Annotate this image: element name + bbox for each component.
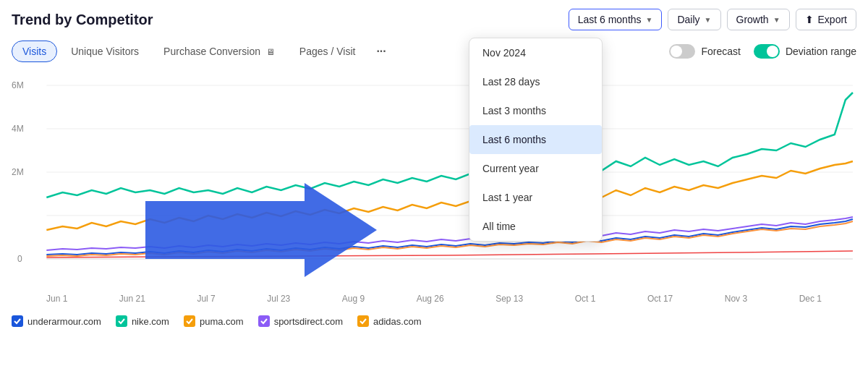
legend-sportsdirect[interactable]: sportsdirect.com xyxy=(258,315,343,327)
tab-pages-per-visit[interactable]: Pages / Visit xyxy=(289,41,367,62)
forecast-label: Forecast xyxy=(701,46,740,57)
x-label: Oct 17 xyxy=(647,294,673,304)
dropdown-option-last3months[interactable]: Last 3 months xyxy=(469,96,602,125)
x-label: Oct 1 xyxy=(575,294,596,304)
page-title: Trend by Competitor xyxy=(12,12,153,28)
dropdown-option-last1year[interactable]: Last 1 year xyxy=(469,183,602,212)
dropdown-option-alltime[interactable]: All time xyxy=(469,212,602,241)
legend-adidas[interactable]: adidas.com xyxy=(357,315,421,327)
chevron-down-icon: ▼ xyxy=(705,16,712,24)
metric-dropdown[interactable]: Growth ▼ xyxy=(727,9,790,30)
legend-puma[interactable]: puma.com xyxy=(184,315,244,327)
x-label: Jul 7 xyxy=(197,294,215,304)
x-label: Dec 1 xyxy=(799,294,822,304)
dropdown-option-last6months[interactable]: Last 6 months xyxy=(469,125,602,154)
tabs-row: Visits Unique Visitors Purchase Conversi… xyxy=(12,41,856,62)
x-label: Jun 1 xyxy=(46,294,67,304)
x-label: Aug 26 xyxy=(417,294,444,304)
forecast-toggle-item: Forecast xyxy=(669,44,740,59)
legend-nike[interactable]: nike.com xyxy=(116,315,169,327)
dropdown-option-currentyear[interactable]: Current year xyxy=(469,154,602,183)
tab-visits[interactable]: Visits xyxy=(12,41,57,62)
chevron-down-icon: ▼ xyxy=(646,16,653,24)
legend-underarmour[interactable]: underarmour.com xyxy=(12,315,101,327)
svg-text:0: 0 xyxy=(17,254,22,264)
export-button[interactable]: ⬆ Export xyxy=(796,9,856,30)
svg-text:4M: 4M xyxy=(12,124,24,134)
x-label: Jul 23 xyxy=(267,294,290,304)
forecast-area: Forecast Deviation range xyxy=(669,44,856,59)
legend-row: underarmour.com nike.com puma.com sports… xyxy=(12,311,856,327)
legend-check-nike xyxy=(116,315,127,327)
monitor-icon: 🖥 xyxy=(266,47,275,57)
legend-check-underarmour xyxy=(12,315,23,327)
chevron-down-icon: ▼ xyxy=(773,16,780,24)
frequency-dropdown[interactable]: Daily ▼ xyxy=(668,9,720,30)
legend-check-puma xyxy=(184,315,195,327)
deviation-toggle-item: Deviation range xyxy=(754,44,856,59)
header-controls: Last 6 months ▼ Daily ▼ Growth ▼ ⬆ Expor… xyxy=(569,9,856,30)
svg-text:6M: 6M xyxy=(12,80,24,90)
deviation-toggle[interactable] xyxy=(754,44,780,59)
x-label: Nov 3 xyxy=(725,294,747,304)
x-label: Sep 13 xyxy=(495,294,523,304)
date-range-dropdown[interactable]: Last 6 months ▼ xyxy=(569,9,663,30)
deviation-label: Deviation range xyxy=(786,46,856,57)
date-range-dropdown-menu: Nov 2024 Last 28 days Last 3 months Last… xyxy=(469,38,603,242)
chart-area: 6M 4M 2M 0 xyxy=(12,71,856,288)
svg-marker-0 xyxy=(145,183,377,277)
forecast-toggle[interactable] xyxy=(669,44,695,59)
x-label: Jun 21 xyxy=(119,294,145,304)
dropdown-option-nov2024[interactable]: Nov 2024 xyxy=(469,38,602,67)
tab-unique-visitors[interactable]: Unique Visitors xyxy=(60,41,150,62)
x-axis-labels: Jun 1 Jun 21 Jul 7 Jul 23 Aug 9 Aug 26 S… xyxy=(12,294,856,304)
chart-svg: 6M 4M 2M 0 xyxy=(12,71,856,288)
x-label: Aug 9 xyxy=(342,294,365,304)
legend-check-adidas xyxy=(357,315,369,327)
svg-text:2M: 2M xyxy=(12,167,24,177)
export-icon: ⬆ xyxy=(805,14,814,25)
blue-arrow xyxy=(145,183,377,280)
legend-check-sportsdirect xyxy=(258,315,270,327)
tab-more-button[interactable]: ··· xyxy=(369,41,393,62)
tab-purchase-conversion[interactable]: Purchase Conversion 🖥 xyxy=(153,41,286,62)
dropdown-option-last28days[interactable]: Last 28 days xyxy=(469,67,602,96)
